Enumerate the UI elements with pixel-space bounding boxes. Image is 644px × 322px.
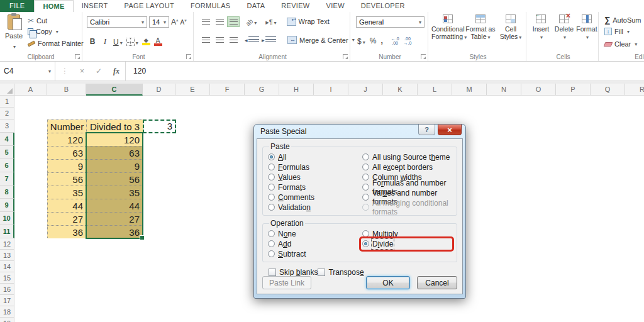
cell-R19[interactable]	[625, 318, 644, 322]
align-right-button[interactable]	[227, 35, 240, 45]
row-header-14[interactable]: 14	[0, 261, 14, 272]
enter-entry-icon[interactable]: ✓	[90, 67, 108, 75]
cell-O16[interactable]	[521, 284, 557, 296]
cell-A16[interactable]	[14, 284, 48, 296]
column-header-A[interactable]: A	[14, 84, 47, 96]
row-header-11[interactable]: 11	[0, 225, 14, 238]
cell-M2[interactable]	[452, 108, 487, 120]
paste-option-radio[interactable]: All except borders	[362, 163, 452, 171]
insert-cells-button[interactable]: Insert▾	[530, 14, 552, 42]
cell-N9[interactable]	[487, 199, 522, 213]
column-header-E[interactable]: E	[175, 84, 210, 96]
cell-A14[interactable]	[14, 261, 48, 273]
dialog-titlebar[interactable]: Paste Special ? ×	[257, 125, 463, 138]
column-header-P[interactable]: P	[556, 84, 591, 96]
cell-B13[interactable]	[47, 250, 87, 262]
cell-A9[interactable]	[14, 199, 48, 213]
row-header-7[interactable]: 7	[0, 172, 14, 186]
cell-R13[interactable]	[625, 250, 644, 262]
cell-O13[interactable]	[521, 250, 557, 262]
operation-option-radio[interactable]: Divide	[362, 240, 452, 248]
cell-P4[interactable]	[556, 133, 591, 147]
cell-J18[interactable]	[348, 306, 384, 318]
cell-E12[interactable]	[175, 238, 211, 250]
cell-B6[interactable]: 9	[47, 159, 87, 173]
cell-L18[interactable]	[418, 306, 453, 318]
cell-D7[interactable]	[143, 172, 176, 186]
cell-Q10[interactable]	[591, 212, 626, 226]
cell-D10[interactable]	[143, 212, 176, 226]
cell-Q6[interactable]	[591, 159, 626, 173]
ribbon-tab[interactable]: DATA	[238, 0, 273, 12]
cell-D4[interactable]	[143, 133, 176, 147]
cell-F16[interactable]	[210, 284, 245, 296]
clear-button[interactable]: Clear ▾	[604, 40, 637, 48]
increase-indent-button[interactable]	[265, 36, 276, 43]
cell-J19[interactable]	[348, 318, 384, 322]
cell-E1[interactable]	[175, 96, 211, 108]
column-header-H[interactable]: H	[279, 84, 314, 96]
cell-P1[interactable]	[556, 96, 591, 108]
cell-M19[interactable]	[452, 318, 487, 322]
help-button[interactable]: ?	[418, 125, 435, 135]
cell-Q3[interactable]	[591, 119, 626, 133]
row-header-16[interactable]: 16	[0, 284, 14, 295]
cell-B16[interactable]	[47, 284, 87, 296]
cell-I18[interactable]	[314, 306, 349, 318]
cell-A2[interactable]	[14, 108, 48, 120]
font-color-button[interactable]: A	[154, 38, 162, 46]
cell-E7[interactable]	[175, 172, 211, 186]
cell-E5[interactable]	[175, 146, 211, 160]
cell-F18[interactable]	[210, 306, 245, 318]
cell-N1[interactable]	[487, 96, 522, 108]
cell-R4[interactable]	[625, 133, 644, 147]
cell-D18[interactable]	[143, 306, 176, 318]
cell-R9[interactable]	[625, 199, 644, 213]
cell-Q15[interactable]	[591, 272, 626, 284]
row-header-3[interactable]: 3	[0, 119, 14, 133]
cell-C10[interactable]: 27	[86, 212, 143, 226]
ok-button[interactable]: OK	[366, 276, 410, 289]
cell-N11[interactable]	[487, 225, 522, 239]
row-header-9[interactable]: 9	[0, 199, 14, 212]
cell-O3[interactable]	[521, 119, 557, 133]
cell-B10[interactable]: 27	[47, 212, 87, 226]
cell-L1[interactable]	[418, 96, 453, 108]
cell-M18[interactable]	[452, 306, 487, 318]
cell-E9[interactable]	[175, 199, 211, 213]
cell-O10[interactable]	[521, 212, 557, 226]
cell-N13[interactable]	[487, 250, 522, 262]
cell-D14[interactable]	[143, 261, 176, 273]
cell-A7[interactable]	[14, 172, 48, 186]
column-header-Q[interactable]: Q	[591, 84, 625, 96]
cell-P18[interactable]	[556, 306, 591, 318]
merge-center-button[interactable]: Merge & Center ▾	[287, 36, 355, 44]
cell-O11[interactable]	[521, 225, 557, 239]
cell-C5[interactable]: 63	[86, 146, 143, 160]
cell-O7[interactable]	[521, 172, 557, 186]
cell-L2[interactable]	[418, 108, 453, 120]
align-center-button[interactable]	[213, 35, 226, 45]
alignment-dialog-launcher-icon[interactable]	[343, 54, 348, 59]
font-size-select[interactable]: 14▾	[149, 16, 169, 28]
cell-Q18[interactable]	[591, 306, 626, 318]
close-button[interactable]: ×	[438, 125, 462, 135]
cell-H19[interactable]	[279, 318, 314, 322]
cell-I19[interactable]	[314, 318, 349, 322]
cancel-button[interactable]: Cancel	[417, 276, 457, 289]
cell-F9[interactable]	[210, 199, 245, 213]
cell-D19[interactable]	[143, 318, 176, 322]
cell-R16[interactable]	[625, 284, 644, 296]
ribbon-tab[interactable]: DEVELOPER	[353, 0, 413, 12]
cell-A11[interactable]	[14, 225, 48, 239]
cell-A10[interactable]	[14, 212, 48, 226]
cell-I1[interactable]	[314, 96, 349, 108]
cancel-entry-icon[interactable]: ×	[74, 67, 90, 75]
cell-D8[interactable]	[143, 186, 176, 199]
cell-C4[interactable]: 120	[86, 133, 143, 147]
cell-F15[interactable]	[210, 272, 245, 284]
cell-K2[interactable]	[383, 108, 418, 120]
cell-E10[interactable]	[175, 212, 211, 226]
cell-A12[interactable]	[14, 238, 48, 250]
cell-P16[interactable]	[556, 284, 591, 296]
